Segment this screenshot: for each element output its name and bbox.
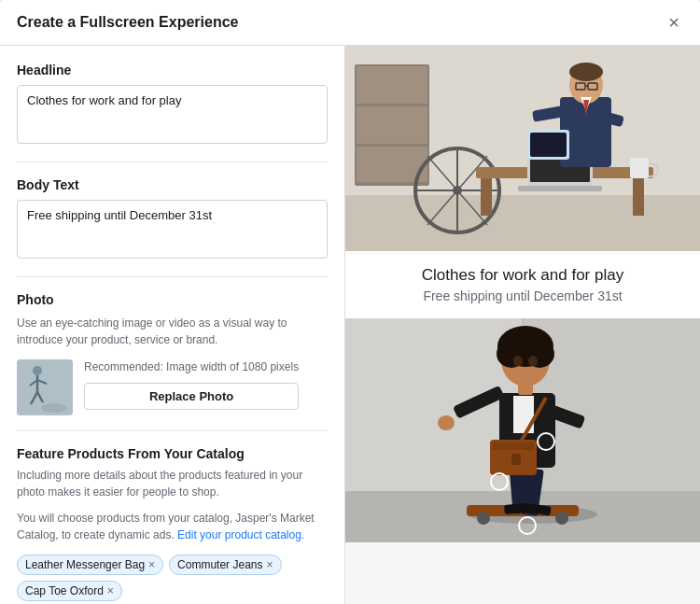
thumbnail-image [17, 359, 73, 415]
catalog-section: Feature Products From Your Catalog Inclu… [17, 446, 328, 604]
left-panel: Headline Clothes for work and for play B… [0, 46, 345, 604]
svg-point-61 [438, 415, 455, 430]
svg-rect-58 [511, 454, 521, 465]
tag-label: Cap Toe Oxford [25, 584, 104, 597]
catalog-info: You will choose products from your catal… [17, 510, 328, 543]
catalog-help-text: Including more details about the product… [17, 467, 328, 500]
divider-3 [17, 430, 328, 431]
tag-close-cap-toe[interactable]: × [107, 585, 114, 597]
svg-rect-13 [357, 106, 427, 144]
edit-catalog-link[interactable]: Edit your product catalog. [177, 528, 304, 541]
right-panel: Clothes for work and for play Free shipp… [345, 46, 700, 604]
tag-leather-messenger-bag: Leather Messenger Bag × [17, 555, 163, 575]
tag-label: Commuter Jeans [177, 558, 262, 571]
preview-text-block: Clothes for work and for play Free shipp… [345, 251, 700, 318]
svg-point-48 [555, 512, 568, 525]
modal-body: Headline Clothes for work and for play B… [0, 46, 700, 604]
photo-label: Photo [17, 292, 328, 307]
preview-bottom-svg [345, 318, 700, 542]
svg-point-7 [41, 403, 67, 413]
svg-rect-23 [633, 178, 644, 216]
close-button[interactable]: × [665, 13, 683, 32]
replace-photo-button[interactable]: Replace Photo [84, 383, 299, 410]
headline-label: Headline [17, 63, 328, 77]
body-text-input[interactable]: Free shipping until December 31st [17, 200, 328, 259]
svg-point-1 [33, 366, 42, 375]
preview-image-bottom [345, 318, 700, 542]
headline-input[interactable]: Clothes for work and for play [17, 85, 328, 144]
tag-close-commuter[interactable]: × [266, 559, 273, 570]
svg-point-67 [513, 356, 523, 367]
modal-container: Create a Fullscreen Experience × Headlin… [0, 0, 700, 604]
preview-body-text: Free shipping until December 31st [360, 288, 685, 303]
svg-rect-9 [345, 190, 700, 251]
svg-point-47 [477, 512, 490, 525]
modal-title: Create a Fullscreen Experience [17, 14, 238, 31]
photo-section: Photo Use an eye-catching image or video… [17, 292, 328, 415]
divider-2 [17, 276, 328, 277]
tag-commuter-jeans: Commuter Jeans × [169, 555, 281, 575]
tags-row: Leather Messenger Bag × Commuter Jeans ×… [17, 555, 328, 601]
svg-rect-22 [481, 178, 492, 216]
svg-rect-27 [630, 158, 649, 178]
photo-thumbnail [17, 359, 73, 415]
svg-point-30 [569, 63, 603, 81]
tag-label: Leather Messenger Bag [25, 558, 145, 571]
photo-help-text: Use an eye-catching image or video as a … [17, 315, 328, 348]
photo-recommend-text: Recommended: Image width of 1080 pixels [84, 359, 299, 375]
tag-cap-toe-oxford: Cap Toe Oxford × [17, 581, 122, 601]
preview-headline-text: Clothes for work and for play [360, 266, 685, 285]
svg-rect-39 [530, 133, 567, 157]
divider-1 [17, 162, 328, 162]
modal-header: Create a Fullscreen Experience × [0, 0, 700, 46]
svg-rect-57 [493, 442, 534, 450]
svg-rect-12 [357, 66, 427, 104]
tag-close-leather[interactable]: × [148, 559, 155, 570]
body-text-label: Body Text [17, 177, 328, 192]
catalog-title: Feature Products From Your Catalog [17, 446, 328, 461]
photo-row: Recommended: Image width of 1080 pixels … [17, 359, 328, 415]
preview-top-svg [345, 46, 700, 251]
preview-image-top [345, 46, 700, 251]
photo-right: Recommended: Image width of 1080 pixels … [84, 359, 299, 410]
svg-point-68 [528, 356, 538, 367]
svg-rect-26 [518, 186, 602, 191]
